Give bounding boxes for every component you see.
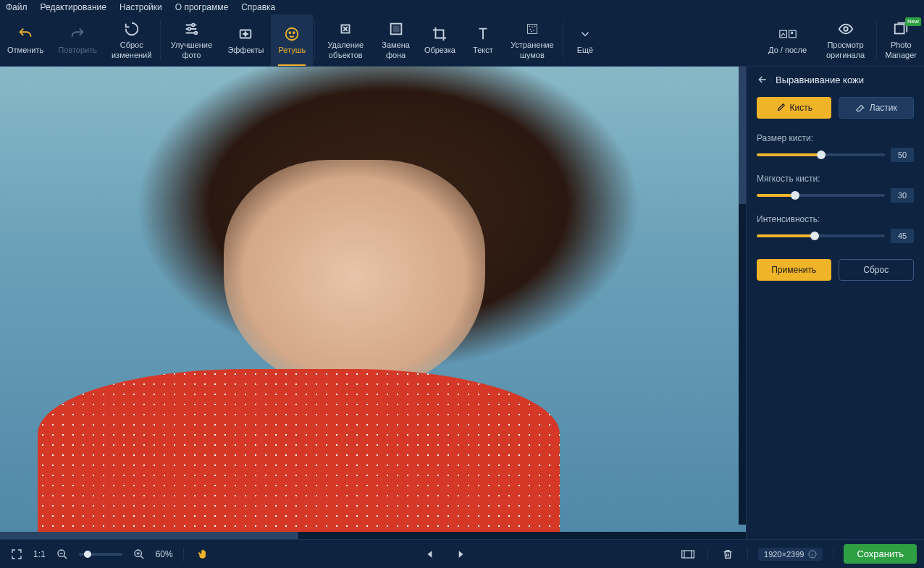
intensity-value[interactable]: 45 xyxy=(891,229,914,243)
filmstrip-button[interactable] xyxy=(679,545,697,564)
svg-point-14 xyxy=(530,30,531,30)
eye-icon xyxy=(837,20,854,38)
separator xyxy=(747,547,748,561)
main-area: Выравнивание кожи Кисть Ластик Размер ки… xyxy=(0,67,924,539)
intensity-group: Интенсивность: 45 xyxy=(747,210,924,250)
fit-actual-button[interactable]: 1:1 xyxy=(33,549,46,559)
text-icon xyxy=(474,25,492,43)
chevron-down-icon xyxy=(576,25,594,43)
canvas-viewport[interactable] xyxy=(0,67,746,532)
tool-mode-switch: Кисть Ластик xyxy=(747,93,924,129)
svg-point-1 xyxy=(188,27,191,30)
more-button[interactable]: Ещё xyxy=(565,14,605,66)
separator xyxy=(707,547,708,561)
eraser-label: Ластик xyxy=(870,103,897,113)
effects-button[interactable]: Эффекты xyxy=(220,14,271,66)
horizontal-scrollbar[interactable] xyxy=(0,532,746,539)
enhance-button[interactable]: Улучшение фото xyxy=(162,14,220,66)
denoise-button[interactable]: Устранение шумов xyxy=(503,14,561,66)
next-image-button[interactable] xyxy=(451,545,470,564)
separator xyxy=(183,547,184,561)
before-after-button[interactable]: До / после xyxy=(759,14,817,66)
save-button[interactable]: Сохранить xyxy=(844,544,917,564)
undo-button[interactable]: Отменить xyxy=(0,14,51,66)
new-badge: New xyxy=(905,17,921,26)
zoom-in-button[interactable] xyxy=(130,545,148,564)
fullscreen-button[interactable] xyxy=(7,545,26,564)
toolbar-separator xyxy=(314,20,315,60)
softness-label: Мягкость кисти: xyxy=(757,174,914,184)
apply-button[interactable]: Применить xyxy=(757,259,831,281)
panel-actions: Применить Сброс xyxy=(747,250,924,289)
more-label: Ещё xyxy=(577,46,594,55)
hand-tool-button[interactable] xyxy=(194,545,213,564)
toolbar-separator xyxy=(563,20,563,60)
prev-image-button[interactable] xyxy=(421,545,440,564)
retouch-label: Ретушь xyxy=(278,46,306,55)
reset-label: Сброс изменений xyxy=(112,41,151,59)
brush-label: Кисть xyxy=(790,103,812,113)
reset-changes-button[interactable]: Сброс изменений xyxy=(104,14,159,66)
eraser-tool-icon xyxy=(855,103,865,113)
eraser-mode-button[interactable]: Ластик xyxy=(839,97,915,119)
view-original-button[interactable]: Просмотр оригинала xyxy=(817,14,875,66)
menu-help[interactable]: Справка xyxy=(241,2,275,12)
brush-size-slider[interactable] xyxy=(757,153,885,156)
vertical-scrollbar[interactable] xyxy=(739,67,746,525)
menu-file[interactable]: Файл xyxy=(6,2,28,12)
toolbar-separator xyxy=(876,20,877,60)
softness-value[interactable]: 30 xyxy=(891,188,914,203)
bg-replace-label: Замена фона xyxy=(382,41,410,59)
svg-point-15 xyxy=(533,30,534,31)
remove-objects-label: Удаление объектов xyxy=(327,41,364,59)
brush-size-value[interactable]: 50 xyxy=(891,148,914,162)
softness-slider[interactable] xyxy=(757,194,885,197)
before-after-label: До / после xyxy=(768,46,807,55)
bg-replace-button[interactable]: Замена фона xyxy=(374,14,417,66)
intensity-label: Интенсивность: xyxy=(757,214,914,224)
photo-content xyxy=(0,67,746,532)
face-icon xyxy=(283,25,301,43)
menu-edit[interactable]: Редактирование xyxy=(41,2,106,12)
reset-button[interactable]: Сброс xyxy=(839,259,915,281)
svg-point-19 xyxy=(791,32,792,33)
svg-point-13 xyxy=(534,26,535,27)
svg-rect-24 xyxy=(682,551,694,558)
svg-point-16 xyxy=(532,32,532,33)
separator xyxy=(833,547,833,561)
svg-point-5 xyxy=(290,32,291,33)
undo-icon xyxy=(17,25,34,43)
photo-manager-label: Photo Manager xyxy=(886,41,917,59)
panel-header: Выравнивание кожи xyxy=(747,67,924,93)
sliders-icon xyxy=(182,20,200,38)
effects-label: Эффекты xyxy=(227,46,264,55)
zoom-slider[interactable] xyxy=(79,553,122,556)
redo-label: Повторить xyxy=(58,46,97,55)
brush-icon xyxy=(776,103,786,113)
menu-settings[interactable]: Настройки xyxy=(119,2,162,12)
menu-about[interactable]: О программе xyxy=(175,2,228,12)
bottom-bar: 1:1 60% 1920×2399 Сохранить xyxy=(0,539,924,568)
info-icon[interactable] xyxy=(808,550,817,559)
brush-mode-button[interactable]: Кисть xyxy=(757,97,831,119)
retouch-button[interactable]: Ретушь xyxy=(271,14,313,66)
intensity-slider[interactable] xyxy=(757,234,885,237)
softness-group: Мягкость кисти: 30 xyxy=(747,169,924,210)
sparkle-icon xyxy=(237,25,254,43)
zoom-out-button[interactable] xyxy=(53,545,72,564)
denoise-icon xyxy=(524,20,541,38)
delete-button[interactable] xyxy=(718,545,737,564)
redo-icon xyxy=(69,25,86,43)
svg-rect-9 xyxy=(393,27,398,32)
photo-manager-button[interactable]: New Photo Manager xyxy=(878,14,924,66)
redo-button[interactable]: Повторить xyxy=(51,14,104,66)
denoise-label: Устранение шумов xyxy=(511,41,554,59)
svg-point-12 xyxy=(532,27,533,27)
remove-objects-button[interactable]: Удаление объектов xyxy=(316,14,374,66)
svg-point-6 xyxy=(293,32,295,33)
back-button[interactable] xyxy=(757,74,768,85)
brush-size-label: Размер кисти: xyxy=(757,133,914,143)
text-button[interactable]: Текст xyxy=(463,14,503,66)
dimensions-display: 1920×2399 xyxy=(758,548,823,561)
crop-button[interactable]: Обрезка xyxy=(417,14,463,66)
